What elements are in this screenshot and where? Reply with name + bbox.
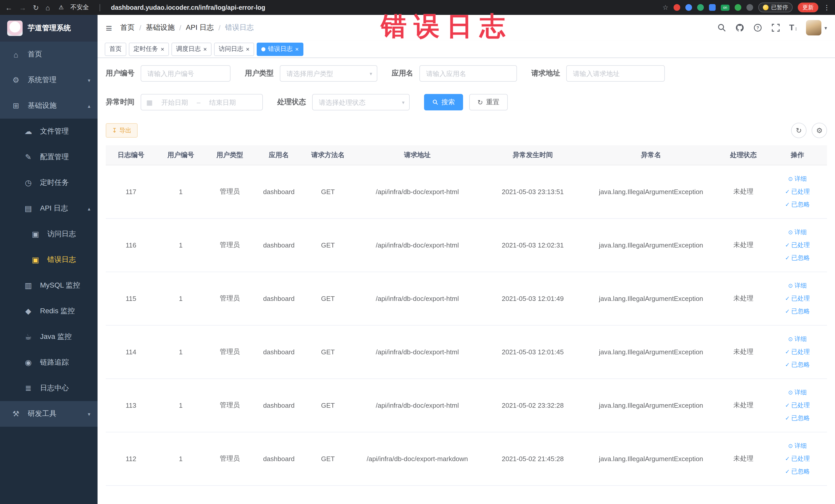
tab-access-log[interactable]: 访问日志 × (214, 42, 254, 56)
sidebar-item-log-center[interactable]: ≣ 日志中心 (0, 375, 98, 401)
extension-icon-proxy-on[interactable]: on (721, 4, 730, 11)
sidebar-item-access-log[interactable]: ▣ 访问日志 (0, 221, 98, 247)
ignored-link[interactable]: ✓已忽略 (770, 465, 825, 478)
search-icon[interactable] (717, 23, 727, 32)
back-icon[interactable]: ← (5, 4, 12, 11)
processed-link[interactable]: ✓已处理 (770, 399, 825, 411)
help-icon[interactable]: ? (753, 23, 762, 32)
app-name-input[interactable] (420, 65, 517, 82)
detail-link[interactable]: ⊙详细 (770, 279, 825, 292)
cell-user-type: 管理员 (205, 218, 254, 271)
sidebar-item-file-management[interactable]: ☁ 文件管理 (0, 119, 98, 144)
update-label: 更新 (802, 4, 814, 11)
cell-status: 未处理 (719, 218, 768, 271)
detail-link[interactable]: ⊙详细 (770, 332, 825, 345)
request-url-input[interactable] (566, 65, 665, 82)
sidebar-item-label: 基础设施 (28, 101, 57, 110)
tab-scheduled-tasks[interactable]: 定时任务 × (129, 42, 169, 56)
fullscreen-icon[interactable] (771, 23, 780, 32)
processed-link[interactable]: ✓已处理 (770, 185, 825, 198)
breadcrumb-home[interactable]: 首页 (120, 23, 135, 32)
hamburger-icon[interactable]: ≡ (106, 22, 112, 33)
tab-home[interactable]: 首页 (105, 42, 126, 56)
security-label[interactable]: 不安全 (70, 3, 89, 12)
sidebar-item-infrastructure[interactable]: ⊞ 基础设施 ▴ (0, 93, 98, 119)
check-icon: ✓ (785, 242, 790, 248)
start-date-input[interactable] (156, 98, 194, 106)
extension-icon-blue-drop[interactable] (685, 4, 692, 11)
user-id-input[interactable] (141, 65, 230, 82)
sidebar-item-redis-monitor[interactable]: ◆ Redis 监控 (0, 298, 98, 324)
close-icon[interactable]: × (161, 46, 164, 52)
detail-link[interactable]: ⊙详细 (770, 386, 825, 399)
sidebar-item-dev-tools[interactable]: ⚒ 研发工具 ▾ (0, 401, 98, 427)
extension-icon-red[interactable] (674, 4, 680, 11)
tab-error-log[interactable]: 错误日志 × (257, 42, 303, 56)
browser-menu-icon[interactable]: ⋮ (823, 4, 830, 11)
sidebar-item-mysql-monitor[interactable]: ▥ MySQL 监控 (0, 273, 98, 298)
home-icon[interactable]: ⌂ (45, 4, 50, 11)
processed-link[interactable]: ✓已处理 (770, 292, 825, 305)
extension-icon-green-circle[interactable] (697, 4, 704, 11)
process-status-select[interactable]: ▾ (312, 94, 410, 110)
column-header-request-url: 请求地址 (352, 145, 482, 165)
reset-button[interactable]: ↻ 重置 (469, 94, 508, 110)
detail-link[interactable]: ⊙详细 (770, 439, 825, 452)
lines-icon: ≣ (23, 384, 34, 393)
ignored-link[interactable]: ✓已忽略 (770, 198, 825, 211)
sidebar-logo[interactable]: 芋道管理系统 (0, 15, 98, 42)
github-icon[interactable] (735, 23, 745, 32)
extension-icon-paw[interactable] (747, 4, 753, 11)
sidebar-item-label: 链路追踪 (40, 358, 69, 367)
ignored-link[interactable]: ✓已忽略 (770, 411, 825, 424)
user-type-select[interactable]: ▾ (280, 65, 377, 82)
user-id-label: 用户编号 (106, 69, 135, 78)
paused-badge[interactable]: 已暂停 (758, 3, 793, 12)
cell-status: 未处理 (719, 271, 768, 325)
extension-icon-leaf[interactable] (735, 4, 741, 11)
close-icon[interactable]: × (246, 46, 249, 52)
ignored-link[interactable]: ✓已忽略 (770, 305, 825, 318)
sidebar-item-java-monitor[interactable]: ☕ Java 监控 (0, 324, 98, 350)
address-url[interactable]: dashboard.yudao.iocoder.cn/infra/log/api… (111, 4, 265, 11)
search-button[interactable]: 搜索 (424, 94, 463, 110)
update-button[interactable]: 更新 (798, 3, 818, 12)
process-status-select-input[interactable] (312, 94, 410, 110)
sidebar-item-error-log[interactable]: ▣ 错误日志 (0, 247, 98, 273)
exception-time-range-picker[interactable]: ▦ – (141, 94, 263, 110)
bookmark-star-icon[interactable]: ☆ (663, 4, 668, 11)
sidebar-item-link-tracing[interactable]: ◉ 链路追踪 (0, 350, 98, 375)
refresh-button[interactable]: ↻ (791, 123, 807, 138)
processed-link[interactable]: ✓已处理 (770, 239, 825, 251)
reload-icon[interactable]: ↻ (33, 4, 39, 11)
cell-user-id: 1 (156, 218, 205, 271)
cell-exception-name: java.lang.IllegalArgumentException (583, 218, 719, 271)
table-row: 113 1 管理员 dashboard GET /api/infra/db-do… (106, 379, 827, 432)
user-menu[interactable]: ▾ (806, 20, 827, 36)
forward-icon[interactable]: → (19, 4, 26, 11)
sidebar-item-home[interactable]: ⌂ 首页 (0, 42, 98, 67)
extension-icon-blue-grid[interactable] (709, 4, 716, 11)
user-type-select-input[interactable] (280, 65, 377, 82)
processed-link[interactable]: ✓已处理 (770, 345, 825, 358)
close-icon[interactable]: × (203, 46, 207, 52)
sidebar-item-scheduled-tasks[interactable]: ◷ 定时任务 (0, 170, 98, 196)
ignored-link[interactable]: ✓已忽略 (770, 251, 825, 264)
font-size-icon[interactable]: T↕ (789, 23, 797, 32)
detail-link[interactable]: ⊙详细 (770, 226, 825, 239)
tab-schedule-log[interactable]: 调度日志 × (171, 42, 211, 56)
column-settings-button[interactable]: ⚙ (812, 123, 827, 138)
export-button[interactable]: ↧ 导出 (106, 123, 138, 138)
close-icon[interactable]: × (295, 46, 299, 52)
download-icon: ↧ (112, 127, 117, 134)
sidebar-item-api-logs[interactable]: ▤ API 日志 ▴ (0, 196, 98, 221)
cell-exception-time: 2021-05-02 21:45:28 (482, 432, 583, 485)
detail-link[interactable]: ⊙详细 (770, 172, 825, 185)
sidebar-item-system-management[interactable]: ⚙ 系统管理 ▾ (0, 67, 98, 93)
sidebar-item-config-management[interactable]: ✎ 配置管理 (0, 144, 98, 170)
ignored-link[interactable]: ✓已忽略 (770, 358, 825, 371)
end-date-input[interactable] (204, 98, 242, 106)
processed-link[interactable]: ✓已处理 (770, 452, 825, 465)
table-row: 112 1 管理员 dashboard GET /api/infra/db-do… (106, 432, 827, 485)
eye-icon: ⊙ (788, 229, 793, 235)
